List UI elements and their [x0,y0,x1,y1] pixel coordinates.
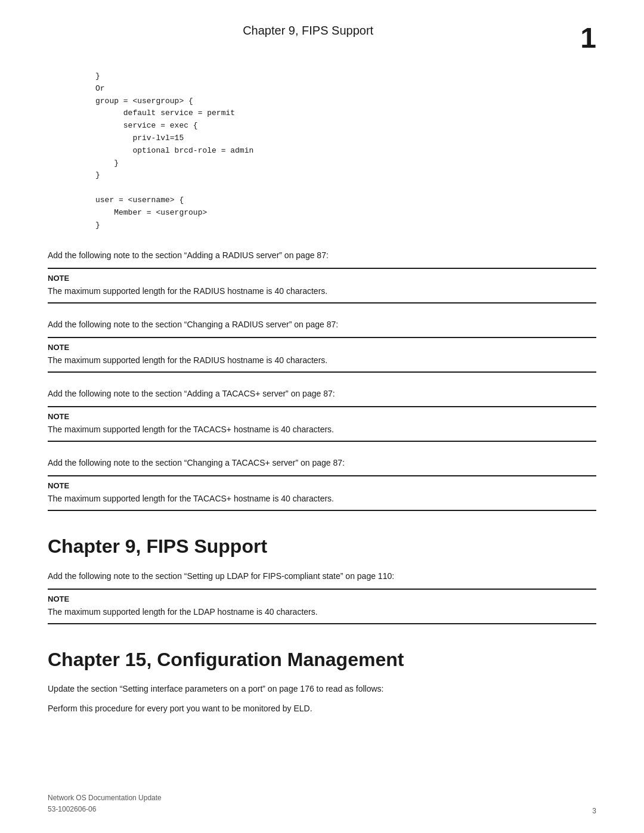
section3-intro: Add the following note to the section “A… [48,388,596,400]
chapter9-heading: Chapter 9, FIPS Support [48,535,596,558]
footer: Network OS Documentation Update 53-10026… [48,792,596,815]
section4-intro: Add the following note to the section “C… [48,457,596,469]
note-label-2: NOTE [48,343,596,352]
chapter9-intro: Add the following note to the section “S… [48,570,596,583]
footer-left: Network OS Documentation Update 53-10026… [48,792,162,815]
header-page-number: 1 [580,24,596,52]
page-header: Chapter 9, FIPS Support 1 [48,24,596,52]
note-box-1: NOTE The maximum supported length for th… [48,268,596,304]
note-text-1: The maximum supported length for the RAD… [48,285,596,298]
note-box-2: NOTE The maximum supported length for th… [48,337,596,373]
note-text-2: The maximum supported length for the RAD… [48,354,596,367]
footer-doc-title: Network OS Documentation Update [48,792,162,804]
header-title: Chapter 9, FIPS Support [243,24,373,37]
note-box-chapter9: NOTE The maximum supported length for th… [48,589,596,624]
note-text-3: The maximum supported length for the TAC… [48,423,596,436]
chapter15-heading: Chapter 15, Configuration Management [48,648,596,671]
chapter15-intro2: Perform this procedure for every port yo… [48,702,596,715]
footer-doc-number: 53-1002606-06 [48,804,162,815]
chapter15-intro1: Update the section “Setting interface pa… [48,683,596,695]
page: Chapter 9, FIPS Support 1 } Or group = <… [0,0,644,833]
note-box-4: NOTE The maximum supported length for th… [48,475,596,511]
code-block: } Or group = <usergroup> { default servi… [95,70,596,231]
section1-intro: Add the following note to the section “A… [48,249,596,262]
note-text-4: The maximum supported length for the TAC… [48,493,596,505]
section2-intro: Add the following note to the section “C… [48,318,596,331]
footer-page-number: 3 [592,807,596,815]
note-label-1: NOTE [48,274,596,283]
note-label-3: NOTE [48,412,596,421]
note-label-chapter9: NOTE [48,594,596,603]
note-label-4: NOTE [48,481,596,490]
note-box-3: NOTE The maximum supported length for th… [48,406,596,442]
note-text-chapter9: The maximum supported length for the LDA… [48,606,596,618]
